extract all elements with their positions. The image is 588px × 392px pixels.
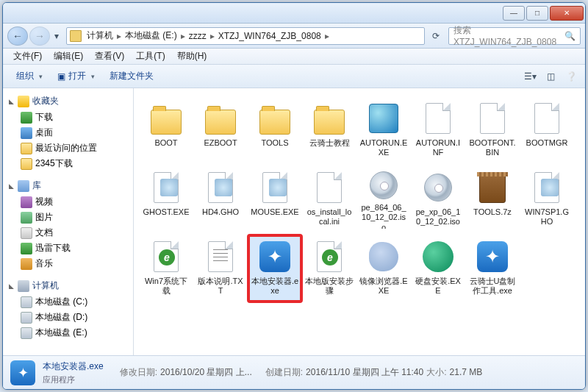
desktop-icon — [21, 127, 32, 139]
file-name: BOOTMGR — [526, 138, 568, 148]
collapse-icon[interactable]: ◣ — [7, 182, 15, 190]
tree-item-music[interactable]: 音乐 — [3, 256, 133, 271]
file-type-icon — [529, 170, 564, 205]
view-options-icon[interactable]: ☰▾ — [522, 68, 538, 85]
file-item[interactable]: HD4.GHO — [194, 166, 247, 232]
tree-item-recent[interactable]: 最近访问的位置 — [3, 140, 133, 156]
open-icon: ▣ — [57, 71, 65, 82]
tree-item-drive-d[interactable]: 本地磁盘 (D:) — [3, 310, 133, 325]
address-bar[interactable]: 计算机▸ 本地磁盘 (E:)▸ zzzz▸ XTZJ_WIN764_ZJB_08… — [66, 27, 425, 45]
file-item[interactable]: BOOTMGR — [520, 97, 573, 163]
file-item[interactable]: AUTORUN.INF — [412, 97, 465, 163]
file-item[interactable]: AUTORUN.EXE — [357, 97, 410, 163]
file-type-icon — [203, 170, 238, 205]
new-folder-button[interactable]: 新建文件夹 — [102, 67, 161, 85]
collapse-icon[interactable]: ◣ — [7, 97, 15, 105]
tree-item-downloads[interactable]: 下载 — [3, 110, 133, 125]
search-input[interactable]: 搜索 XTZJ_WIN764_ZJB_0808 🔍 — [448, 27, 581, 45]
history-dropdown-icon[interactable]: ▾ — [51, 26, 62, 46]
chevron-right-icon[interactable]: ▸ — [209, 31, 216, 41]
tree-item-pictures[interactable]: 图片 — [3, 210, 133, 225]
tree-favorites[interactable]: ◣收藏夹 — [3, 93, 133, 110]
collapse-icon[interactable]: ◣ — [7, 282, 15, 290]
tree-item-xunlei[interactable]: 迅雷下载 — [3, 240, 133, 256]
menu-tools[interactable]: 工具(T) — [130, 49, 171, 64]
modified-date: 2016/10/20 星期四 上... — [160, 367, 252, 377]
help-icon[interactable]: ❔ — [563, 68, 579, 85]
created-date: 2016/11/10 星期四 上午 11:40 — [306, 367, 423, 377]
file-name: pe_864_06_10_12_02.iso — [359, 203, 408, 229]
file-item[interactable]: 镜像浏览器.EXE — [357, 235, 410, 302]
file-item[interactable]: pe_xp_06_10_12_02.iso — [412, 166, 465, 232]
titlebar: — □ ✕ — [3, 3, 585, 24]
nav-bar: ← → ▾ 计算机▸ 本地磁盘 (E:)▸ zzzz▸ XTZJ_WIN764_… — [3, 24, 585, 49]
file-item[interactable]: pe_864_06_10_12_02.iso — [357, 166, 410, 232]
star-icon — [18, 96, 29, 107]
file-name: AUTORUN.EXE — [359, 138, 408, 157]
tree-computer[interactable]: ◣计算机 — [3, 277, 133, 294]
file-name: 云骑士U盘制作工具.exe — [468, 277, 517, 296]
file-type-icon — [312, 170, 347, 205]
file-item[interactable]: BOOT — [140, 97, 193, 163]
breadcrumb[interactable]: 计算机 — [85, 29, 115, 42]
drive-icon — [21, 296, 32, 308]
file-item[interactable]: MOUSE.EXE — [248, 166, 301, 232]
drive-icon — [21, 312, 32, 324]
file-item[interactable]: TOOLS.7z — [466, 166, 519, 232]
chevron-right-icon[interactable]: ▸ — [323, 31, 331, 41]
file-item[interactable]: 版本说明.TXT — [194, 235, 247, 302]
menu-edit[interactable]: 编辑(E) — [48, 49, 89, 64]
explorer-window: — □ ✕ ← → ▾ 计算机▸ 本地磁盘 (E:)▸ zzzz▸ XTZJ_W… — [2, 2, 586, 390]
file-name: GHOST.EXE — [143, 207, 190, 217]
menu-help[interactable]: 帮助(H) — [171, 49, 213, 64]
chevron-right-icon[interactable]: ▸ — [179, 31, 187, 41]
breadcrumb[interactable]: zzzz — [187, 31, 209, 41]
tree-item-drive-c[interactable]: 本地磁盘 (C:) — [3, 294, 133, 310]
tree-item-2345[interactable]: 2345下载 — [3, 156, 133, 171]
tree-item-documents[interactable]: 文档 — [3, 225, 133, 240]
file-item[interactable]: 硬盘安装.EXE — [412, 235, 465, 302]
file-item[interactable]: os_install_local.ini — [303, 166, 356, 232]
menu-file[interactable]: 文件(F) — [7, 49, 48, 64]
file-item[interactable]: EZBOOT — [194, 97, 247, 163]
forward-button[interactable]: → — [29, 26, 50, 46]
folder-icon — [70, 30, 82, 42]
file-type-icon — [529, 101, 564, 136]
file-type-icon — [312, 101, 347, 136]
file-item[interactable]: GHOST.EXE — [140, 166, 193, 232]
preview-pane-icon[interactable]: ◫ — [542, 68, 559, 85]
close-button[interactable]: ✕ — [550, 6, 584, 21]
breadcrumb[interactable]: 本地磁盘 (E:) — [123, 29, 179, 42]
file-item[interactable]: 云骑士教程 — [303, 97, 356, 163]
maximize-button[interactable]: □ — [526, 6, 548, 21]
minimize-button[interactable]: — — [503, 6, 525, 21]
tree-item-video[interactable]: 视频 — [3, 194, 133, 210]
file-type-icon — [312, 239, 347, 274]
tree-item-drive-e[interactable]: 本地磁盘 (E:) — [3, 325, 133, 341]
file-item[interactable]: TOOLS — [248, 97, 301, 163]
file-item[interactable]: WIN7SP1.GHO — [520, 166, 573, 232]
chevron-right-icon[interactable]: ▸ — [115, 31, 123, 41]
file-item[interactable]: BOOTFONT.BIN — [466, 97, 519, 163]
file-item[interactable]: ✦云骑士U盘制作工具.exe — [466, 235, 519, 302]
tree-libraries[interactable]: ◣库 — [3, 177, 133, 194]
file-type-icon: ✦ — [475, 239, 510, 274]
selected-file-icon: ✦ — [10, 360, 35, 385]
open-button[interactable]: ▣打开 — [50, 67, 102, 85]
breadcrumb[interactable]: XTZJ_WIN764_ZJB_0808 — [216, 31, 323, 41]
file-type-icon — [420, 170, 456, 205]
tree-item-desktop[interactable]: 桌面 — [3, 125, 133, 140]
file-name: 硬盘安装.EXE — [414, 277, 462, 296]
refresh-icon[interactable]: ⟳ — [428, 28, 444, 44]
command-bar: 组织 ▣打开 新建文件夹 ☰▾ ◫ ❔ — [3, 65, 585, 88]
file-item[interactable]: Win7系统下载 — [140, 235, 193, 302]
file-type-icon — [203, 101, 238, 136]
file-list[interactable]: BOOTEZBOOTTOOLS云骑士教程AUTORUN.EXEAUTORUN.I… — [134, 88, 585, 355]
menu-view[interactable]: 查看(V) — [89, 49, 130, 64]
organize-button[interactable]: 组织 — [9, 67, 50, 85]
file-type-icon — [420, 101, 456, 136]
file-item[interactable]: 本地版安装步骤 — [303, 235, 356, 302]
file-type-icon — [257, 101, 293, 136]
file-item[interactable]: ✦本地安装器.exe — [248, 235, 301, 302]
back-button[interactable]: ← — [7, 26, 28, 46]
